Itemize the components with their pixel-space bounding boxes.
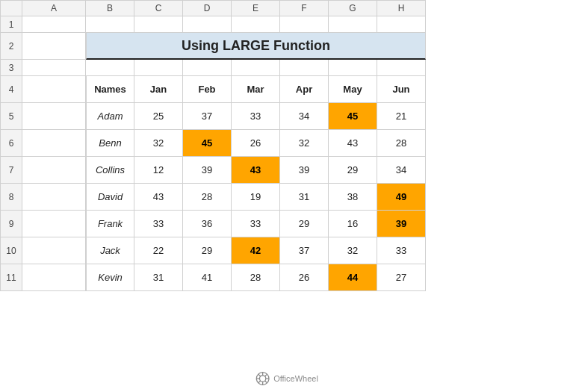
cell-mar-5[interactable]: 33 — [232, 103, 280, 130]
cell-feb-5[interactable]: 37 — [183, 103, 232, 130]
officewheel-logo — [255, 371, 270, 386]
col-header-c: C — [134, 0, 183, 16]
cell-may-5[interactable]: 45 — [329, 103, 377, 130]
cell-may-8[interactable]: 38 — [329, 184, 377, 211]
header-jun: Jun — [377, 76, 426, 103]
cell-mar-9[interactable]: 33 — [232, 211, 280, 237]
cell-h3[interactable] — [329, 60, 377, 76]
col-header-b: B — [86, 0, 134, 16]
col-header-g: G — [329, 0, 377, 16]
header-jan: Jan — [134, 76, 183, 103]
cell-may-7[interactable]: 29 — [329, 157, 377, 184]
cell-feb-11[interactable]: 41 — [183, 264, 232, 291]
cell-name-5[interactable]: Adam — [86, 103, 134, 130]
cell-d1[interactable] — [134, 16, 183, 33]
grid-row-5: Adam253733344521 — [22, 103, 573, 130]
cell-mar-8[interactable]: 19 — [232, 184, 280, 211]
cell-i3[interactable] — [377, 60, 426, 76]
cell-h1[interactable] — [329, 16, 377, 33]
cell-feb-10[interactable]: 29 — [183, 237, 232, 264]
cell-apr-9[interactable]: 29 — [280, 211, 329, 237]
row-num-7: 7 — [0, 157, 22, 184]
cell-apr-6[interactable]: 32 — [280, 130, 329, 157]
cell-name-11[interactable]: Kevin — [86, 264, 134, 291]
cell-apr-8[interactable]: 31 — [280, 184, 329, 211]
cell-mar-10[interactable]: 42 — [232, 237, 280, 264]
cell-name-6[interactable]: Benn — [86, 130, 134, 157]
row-num-10: 10 — [0, 237, 22, 264]
cell-jun-9[interactable]: 39 — [377, 211, 426, 237]
row-numbers: 1 2 3 4 5 6 7 8 9 10 11 — [0, 16, 22, 392]
cell-b9[interactable] — [22, 211, 86, 237]
cell-name-8[interactable]: David — [86, 184, 134, 211]
grid-row-11: Kevin314128264427 — [22, 264, 573, 291]
cell-b6[interactable] — [22, 130, 86, 157]
cell-jun-7[interactable]: 34 — [377, 157, 426, 184]
cell-b4[interactable] — [22, 76, 86, 103]
cell-jan-6[interactable]: 32 — [134, 130, 183, 157]
cell-jun-11[interactable]: 27 — [377, 264, 426, 291]
cell-jun-10[interactable]: 33 — [377, 237, 426, 264]
spreadsheet: A B C D E F G H 1 2 3 4 5 6 7 8 9 10 11 — [0, 0, 573, 392]
cell-b11[interactable] — [22, 264, 86, 291]
spreadsheet-title: Using LARGE Function — [182, 38, 330, 54]
cell-apr-7[interactable]: 39 — [280, 157, 329, 184]
svg-line-6 — [258, 374, 260, 376]
cell-jun-5[interactable]: 21 — [377, 103, 426, 130]
header-feb: Feb — [183, 76, 232, 103]
cell-b8[interactable] — [22, 184, 86, 211]
col-header-f: F — [280, 0, 329, 16]
row-num-9: 9 — [0, 211, 22, 237]
cell-jan-7[interactable]: 12 — [134, 157, 183, 184]
cell-name-10[interactable]: Jack — [86, 237, 134, 264]
cell-apr-5[interactable]: 34 — [280, 103, 329, 130]
cell-mar-11[interactable]: 28 — [232, 264, 280, 291]
cell-jun-8[interactable]: 49 — [377, 184, 426, 211]
cell-jan-8[interactable]: 43 — [134, 184, 183, 211]
cell-feb-6[interactable]: 45 — [183, 130, 232, 157]
cell-name-7[interactable]: Collins — [86, 157, 134, 184]
cell-b7[interactable] — [22, 157, 86, 184]
cell-b1[interactable] — [22, 16, 86, 33]
cell-b10[interactable] — [22, 237, 86, 264]
cell-f1[interactable] — [232, 16, 280, 33]
row-num-6: 6 — [0, 130, 22, 157]
cell-e3[interactable] — [183, 60, 232, 76]
cell-c3[interactable] — [86, 60, 134, 76]
cell-jan-5[interactable]: 25 — [134, 103, 183, 130]
header-may: May — [329, 76, 377, 103]
cell-e1[interactable] — [183, 16, 232, 33]
watermark-text: OfficeWheel — [273, 374, 318, 383]
cell-c1[interactable] — [86, 16, 134, 33]
cell-g1[interactable] — [280, 16, 329, 33]
cell-jan-10[interactable]: 22 — [134, 237, 183, 264]
cell-feb-9[interactable]: 36 — [183, 211, 232, 237]
cell-feb-8[interactable]: 28 — [183, 184, 232, 211]
header-names: Names — [86, 76, 134, 103]
cell-b3[interactable] — [22, 60, 86, 76]
cell-i1[interactable] — [377, 16, 426, 33]
cell-jan-11[interactable]: 31 — [134, 264, 183, 291]
grid-row-1 — [22, 16, 573, 33]
cell-b5[interactable] — [22, 103, 86, 130]
cell-may-10[interactable]: 32 — [329, 237, 377, 264]
cell-may-6[interactable]: 43 — [329, 130, 377, 157]
cell-b2[interactable] — [22, 33, 86, 60]
cell-jan-9[interactable]: 33 — [134, 211, 183, 237]
cell-may-9[interactable]: 16 — [329, 211, 377, 237]
svg-line-8 — [264, 374, 267, 376]
grid-row-6: Benn324526324328 — [22, 130, 573, 157]
cell-d3[interactable] — [134, 60, 183, 76]
cell-g3[interactable] — [280, 60, 329, 76]
col-headers: A B C D E F G H — [0, 0, 573, 16]
cell-apr-11[interactable]: 26 — [280, 264, 329, 291]
cell-mar-7[interactable]: 43 — [232, 157, 280, 184]
cell-apr-10[interactable]: 37 — [280, 237, 329, 264]
row-num-8: 8 — [0, 184, 22, 211]
cell-feb-7[interactable]: 39 — [183, 157, 232, 184]
cell-may-11[interactable]: 44 — [329, 264, 377, 291]
cell-f3[interactable] — [232, 60, 280, 76]
cell-name-9[interactable]: Frank — [86, 211, 134, 237]
cell-jun-6[interactable]: 28 — [377, 130, 426, 157]
cell-mar-6[interactable]: 26 — [232, 130, 280, 157]
